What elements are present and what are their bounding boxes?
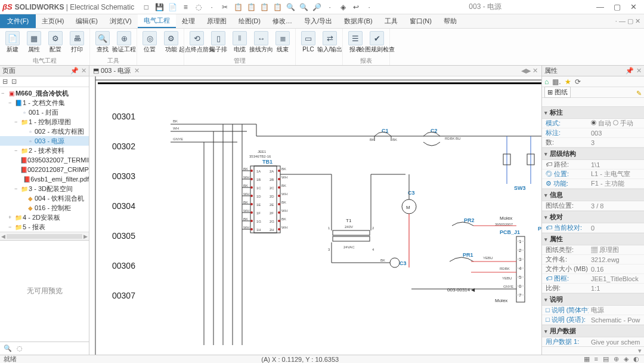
qat-button[interactable]: 📄 bbox=[168, 2, 177, 12]
ribbon-button[interactable]: 🖶打印 bbox=[67, 30, 87, 56]
prop-section-header[interactable]: 校对 bbox=[542, 211, 644, 223]
menu-tab[interactable]: 修改… bbox=[267, 14, 298, 28]
schematic-canvas[interactable]: 00301003020030300304003050030600307 BK W… bbox=[89, 76, 541, 355]
menu-tab[interactable]: 编辑(E) bbox=[70, 14, 104, 28]
status-icon[interactable]: ▤ bbox=[603, 355, 609, 363]
ribbon-button[interactable]: ⚙配置 bbox=[45, 30, 66, 56]
ribbon-button[interactable]: 🔍查找 bbox=[92, 30, 113, 56]
menu-tab[interactable]: 浏览(V) bbox=[104, 14, 138, 28]
prop-section-header[interactable]: 属性 bbox=[542, 233, 644, 245]
file-menu[interactable]: 文件(F) bbox=[0, 14, 36, 28]
prop-row[interactable]: □ 说明 (英语):Schematic - Pow bbox=[542, 315, 644, 325]
qat-button[interactable]: ◌ bbox=[194, 2, 203, 12]
properties-scroll-down[interactable]: ▾ bbox=[542, 346, 644, 355]
tree-item[interactable]: +📁4 - 2D安装板 bbox=[0, 213, 89, 222]
tree-item[interactable]: −📁5 - 报表 bbox=[0, 222, 89, 232]
prop-row[interactable]: 文件名:3212.ewg bbox=[542, 255, 644, 264]
tree-mode-icon[interactable]: ⊡ bbox=[11, 78, 17, 85]
filter-icon[interactable]: ◌ bbox=[17, 344, 23, 352]
grid-icon[interactable]: ▦. bbox=[552, 78, 561, 86]
tree-item[interactable]: 📕6vsb1_emi_filter.pdf bbox=[0, 174, 89, 184]
qat-button[interactable]: · bbox=[207, 2, 216, 12]
qat-button[interactable]: 📋 bbox=[246, 2, 256, 12]
document-tab[interactable]: ⬒ 003 - 电源 bbox=[93, 66, 131, 75]
menu-tab[interactable]: 绘图(D) bbox=[233, 14, 267, 28]
ribbon-button[interactable]: ⇄输入/输出 bbox=[320, 30, 340, 64]
panel-pin-icon[interactable]: 📌 bbox=[626, 67, 634, 75]
ribbon-button[interactable]: ⫴电缆 bbox=[230, 30, 250, 56]
prop-section-header[interactable]: 说明 bbox=[542, 293, 644, 306]
tree-scrollbar[interactable]: ◀▶ bbox=[0, 232, 89, 240]
tab-close-icon[interactable]: ✕ bbox=[134, 67, 140, 75]
menu-tab[interactable]: 工具 bbox=[379, 14, 404, 28]
mdi-window-controls[interactable]: · — ▢ ✕ bbox=[615, 17, 640, 25]
tab-drawing[interactable]: ⊞ 图纸 bbox=[544, 87, 571, 98]
menu-tab[interactable]: 电气工程 bbox=[138, 14, 176, 28]
menu-tab[interactable]: 数据库(B) bbox=[338, 14, 379, 28]
nav-prev-icon[interactable]: ◀▶ ✕ bbox=[521, 67, 538, 75]
qat-button[interactable]: ≡ bbox=[181, 2, 190, 12]
ribbon-button[interactable]: ✔绘图规则检查 bbox=[367, 30, 387, 56]
prop-row[interactable]: ◎ 位置:L1 - 主电气室 bbox=[542, 170, 644, 179]
refresh-icon[interactable]: ⟳ bbox=[575, 78, 581, 86]
window-close[interactable]: ✕ bbox=[630, 2, 637, 11]
edit-icon[interactable]: ✎ bbox=[636, 90, 642, 97]
prop-row[interactable]: □ 说明 (简体中文电源 bbox=[542, 306, 644, 315]
ribbon-button[interactable]: ▭PLC bbox=[298, 30, 318, 64]
prop-row[interactable]: 🏷 路径:1\1 bbox=[542, 160, 644, 170]
menu-tab[interactable]: 主页(H) bbox=[36, 14, 70, 28]
qat-button[interactable]: 🔍 bbox=[286, 2, 295, 12]
home-icon[interactable]: ⌂ bbox=[544, 78, 549, 86]
qat-button[interactable]: 📋 bbox=[259, 2, 269, 12]
prop-row[interactable]: 🏷 图框:JEE1_TitleBlock bbox=[542, 274, 644, 284]
ribbon-button[interactable]: ⊕验证工程 bbox=[114, 30, 134, 56]
qat-button[interactable]: 💾 bbox=[154, 2, 164, 12]
qat-button[interactable]: 📋 bbox=[233, 2, 243, 12]
star-icon[interactable]: ★ bbox=[565, 78, 571, 86]
tree-item[interactable]: 📕0395032007_TERMINA bbox=[0, 155, 89, 165]
qat-button[interactable]: · bbox=[364, 2, 374, 12]
menu-tab[interactable]: 帮助 bbox=[438, 14, 463, 28]
prop-row[interactable]: 文件大小 (MB):0.16 bbox=[542, 264, 644, 274]
find-icon[interactable]: 🔍 bbox=[4, 344, 12, 352]
ribbon-button[interactable]: ↔接线方向 bbox=[251, 30, 271, 56]
tree-item[interactable]: −📁2 - 技术资料 bbox=[0, 146, 89, 155]
panel-pin-icon[interactable]: 📌 bbox=[70, 67, 79, 75]
prop-row[interactable]: ⚙ 功能:F1 - 主功能 bbox=[542, 179, 644, 189]
status-icon[interactable]: ⊕ bbox=[614, 355, 619, 363]
prop-row[interactable]: 比例:1:1 bbox=[542, 284, 644, 293]
window-minimize[interactable]: — bbox=[596, 2, 604, 11]
prop-row[interactable]: 模式:自动 手动 bbox=[542, 119, 644, 128]
qat-button[interactable]: · bbox=[325, 2, 335, 12]
qat-button[interactable]: ◈ bbox=[338, 2, 348, 12]
ribbon-button[interactable]: ⚙功能 bbox=[161, 30, 181, 64]
prop-section-header[interactable]: 用户数据 bbox=[542, 325, 644, 337]
tree-item[interactable]: ▫002 - 布线方框图 bbox=[0, 127, 89, 136]
tree-item[interactable]: 📕0022012087_CRIMP_H bbox=[0, 165, 89, 174]
ribbon-button[interactable]: ⟲起点终点箭头 bbox=[187, 30, 207, 56]
status-icon[interactable]: ≡ bbox=[595, 355, 598, 363]
properties-grid[interactable]: 标注模式:自动 手动 标注:003数:3层级结构🏷 路径:1\1◎ 位置:L1 … bbox=[542, 106, 644, 346]
prop-row[interactable]: 标注:003 bbox=[542, 128, 644, 138]
tree-item[interactable]: −📁3 - 3D配装空间 bbox=[0, 184, 89, 193]
prop-section-header[interactable]: 标注 bbox=[542, 106, 644, 119]
prop-section-header[interactable]: 信息 bbox=[542, 189, 644, 201]
qat-button[interactable]: ✂ bbox=[220, 2, 230, 12]
window-maximize[interactable]: ▢ bbox=[614, 2, 621, 11]
prop-row[interactable]: 图纸类型:▦ 原理图 bbox=[542, 245, 644, 255]
panel-close-icon[interactable]: ✕ bbox=[81, 67, 86, 75]
qat-button[interactable]: □ bbox=[141, 2, 151, 12]
ribbon-button[interactable]: ▦属性 bbox=[24, 30, 44, 56]
tree-item[interactable]: ▫001 - 封面 bbox=[0, 107, 89, 117]
menu-tab[interactable]: 处理 bbox=[176, 14, 201, 28]
prop-row[interactable]: 图纸位置:3 / 8 bbox=[542, 201, 644, 211]
document-tree[interactable]: −▣ M660_混合冷饮机 −📘1 - 文档文件集▫001 - 封面−📁1 - … bbox=[0, 87, 89, 232]
panel-close-icon[interactable]: ✕ bbox=[636, 67, 642, 75]
tree-item[interactable]: −📁1 - 控制原理图 bbox=[0, 117, 89, 127]
qat-button[interactable]: 📋 bbox=[273, 2, 282, 12]
prop-section-header[interactable]: 层级结构 bbox=[542, 147, 644, 160]
status-icon[interactable]: ◐ bbox=[633, 355, 639, 363]
menu-tab[interactable]: 原理图 bbox=[201, 14, 233, 28]
prop-row[interactable]: 用户数据 1:Give your schem bbox=[542, 337, 644, 346]
qat-button[interactable]: ↩ bbox=[351, 2, 361, 12]
